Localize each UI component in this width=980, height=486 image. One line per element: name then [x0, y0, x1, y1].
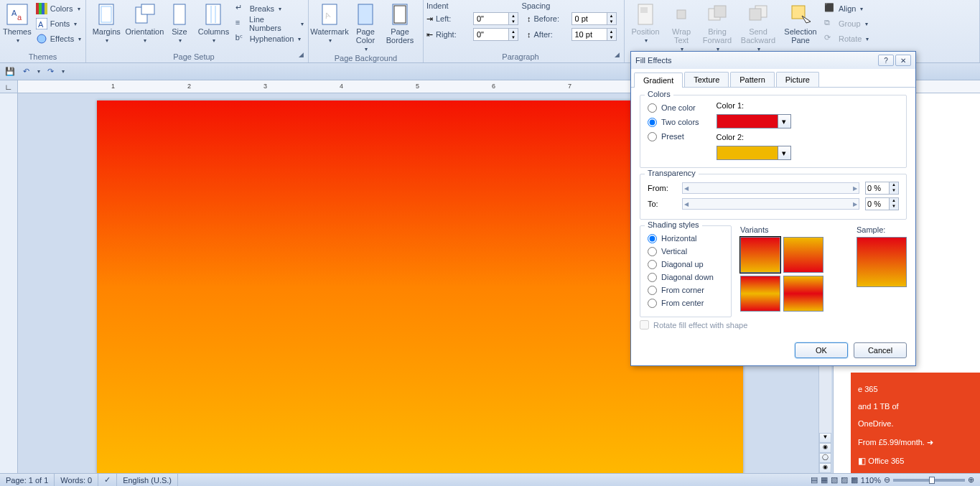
- zoom-out-button[interactable]: ⊖: [884, 475, 890, 485]
- variant-3[interactable]: [740, 276, 780, 312]
- page-borders-button[interactable]: Page Borders: [383, 1, 416, 45]
- next-page-button[interactable]: ◉: [819, 463, 831, 473]
- color2-dropdown[interactable]: ▾: [717, 146, 791, 160]
- watermark-button[interactable]: AWatermark▾: [312, 1, 347, 44]
- one-color-radio[interactable]: One color: [648, 101, 699, 114]
- ok-button[interactable]: OK: [795, 342, 848, 358]
- ribbon-group-paragraph: Indent Spacing ⇥Left: ▲▼ ↕Before: ▲▼ ⇤Ri…: [424, 0, 625, 62]
- proofing-icon: ✓: [104, 475, 111, 485]
- breaks-button[interactable]: ↵Breaks▾: [234, 1, 305, 16]
- shading-vertical[interactable]: Vertical: [648, 245, 724, 258]
- view-fullscreen-icon[interactable]: ▦: [821, 475, 828, 485]
- status-words[interactable]: Words: 0: [55, 474, 98, 486]
- view-outline-icon[interactable]: ▨: [841, 475, 848, 485]
- undo-icon[interactable]: ↶: [20, 66, 32, 78]
- svg-text:A: A: [38, 20, 44, 29]
- theme-colors-button[interactable]: Colors▾: [34, 1, 83, 16]
- qat-customize[interactable]: ▾: [62, 68, 65, 75]
- transparency-to-input[interactable]: ▲▼: [865, 197, 899, 210]
- size-button[interactable]: Size▾: [165, 1, 193, 44]
- line-numbers-button[interactable]: ≡Line Numbers▾: [234, 17, 305, 31]
- paragraph-launcher[interactable]: ◢: [615, 51, 621, 62]
- scroll-down-button[interactable]: ▼: [819, 433, 831, 443]
- status-language[interactable]: English (U.S.): [117, 474, 178, 486]
- spacing-header: Spacing: [522, 1, 551, 10]
- svg-rect-4: [39, 3, 42, 14]
- svg-rect-6: [45, 3, 47, 14]
- cancel-button[interactable]: Cancel: [854, 342, 907, 358]
- tab-selector[interactable]: ∟: [0, 80, 18, 93]
- send-backward-icon: [747, 3, 770, 26]
- tab-texture[interactable]: Texture: [684, 72, 729, 87]
- office365-ad[interactable]: e 365and 1 TB ofOneDrive. From £5.99/mon…: [851, 373, 980, 473]
- spacing-after-icon: ↕: [527, 30, 531, 39]
- variant-1[interactable]: [740, 237, 780, 273]
- columns-button[interactable]: Columns▾: [196, 1, 230, 44]
- save-icon[interactable]: 💾: [4, 66, 16, 78]
- themes-button[interactable]: Aa Themes▾: [3, 1, 32, 44]
- prev-page-button[interactable]: ◉: [819, 443, 831, 453]
- view-web-icon[interactable]: ▧: [831, 475, 838, 485]
- status-bar: Page: 1 of 1 Words: 0 ✓ English (U.S.) ▤…: [0, 473, 980, 486]
- svg-rect-20: [358, 4, 373, 24]
- shading-horizontal[interactable]: Horizontal: [648, 232, 724, 245]
- indent-right-icon: ⇤: [426, 30, 433, 39]
- shading-diagonal-down[interactable]: Diagonal down: [648, 271, 724, 284]
- variant-2[interactable]: [783, 237, 823, 273]
- browse-object-button[interactable]: ◯: [819, 453, 831, 463]
- svg-text:A: A: [11, 9, 17, 17]
- transparency-from-slider[interactable]: ◀▶: [682, 182, 859, 194]
- shading-groupbox: Shading styles Horizontal Vertical Diago…: [640, 225, 732, 317]
- align-button[interactable]: ⬛Align▾: [823, 1, 870, 16]
- theme-fonts-button[interactable]: AFonts▾: [34, 17, 83, 31]
- two-colors-radio[interactable]: Two colors: [648, 116, 699, 128]
- orientation-button[interactable]: Orientation▾: [126, 1, 162, 44]
- dialog-close-button[interactable]: ✕: [895, 55, 911, 66]
- ribbon-group-page-background: AWatermark▾ Page Color▾ Page Borders Pag…: [309, 0, 424, 62]
- zoom-in-button[interactable]: ⊕: [968, 475, 974, 485]
- selection-pane-icon: [789, 3, 812, 26]
- vertical-ruler[interactable]: [0, 93, 18, 473]
- zoom-slider[interactable]: [893, 479, 965, 482]
- shading-diagonal-up[interactable]: Diagonal up: [648, 258, 724, 271]
- position-button: Position▾: [627, 1, 663, 44]
- selection-pane-button[interactable]: Selection Pane: [781, 1, 820, 45]
- group-title-page-setup: Page Setup: [89, 51, 299, 62]
- svg-rect-3: [36, 3, 39, 14]
- spacing-after-input[interactable]: ▲▼: [571, 28, 617, 41]
- page-borders-icon: [388, 3, 411, 26]
- color1-dropdown[interactable]: ▾: [717, 114, 791, 128]
- transparency-to-slider[interactable]: ◀▶: [682, 198, 859, 210]
- indent-header: Indent: [426, 1, 449, 10]
- variant-4[interactable]: [783, 276, 823, 312]
- tab-gradient[interactable]: Gradient: [634, 73, 683, 88]
- zoom-level[interactable]: 110%: [861, 476, 881, 485]
- svg-rect-24: [640, 7, 648, 13]
- hyphenation-button[interactable]: bᶜHyphenation▾: [234, 32, 305, 46]
- redo-icon[interactable]: ↷: [45, 66, 56, 78]
- dialog-help-button[interactable]: ?: [878, 55, 894, 66]
- page-setup-launcher[interactable]: ◢: [299, 51, 305, 62]
- dialog-titlebar[interactable]: Fill Effects ? ✕: [631, 52, 915, 69]
- tab-pattern[interactable]: Pattern: [730, 72, 774, 87]
- spacing-before-input[interactable]: ▲▼: [571, 12, 617, 25]
- preset-radio[interactable]: Preset: [648, 130, 699, 143]
- page-color-button[interactable]: Page Color▾: [350, 1, 381, 52]
- indent-right-input[interactable]: ▲▼: [473, 28, 518, 41]
- indent-left-input[interactable]: ▲▼: [473, 12, 518, 25]
- margins-button[interactable]: Margins▾: [89, 1, 123, 44]
- tab-picture[interactable]: Picture: [776, 72, 819, 87]
- svg-rect-25: [677, 10, 686, 19]
- theme-effects-button[interactable]: Effects▾: [34, 32, 83, 46]
- svg-rect-15: [206, 4, 220, 24]
- effects-icon: [36, 33, 47, 45]
- bring-forward-button: Bring Forward▾: [699, 1, 735, 52]
- view-draft-icon[interactable]: ▩: [851, 475, 858, 485]
- transparency-from-input[interactable]: ▲▼: [865, 182, 899, 195]
- status-proofing[interactable]: ✓: [98, 474, 117, 486]
- shading-from-center[interactable]: From center: [648, 296, 724, 309]
- status-page[interactable]: Page: 1 of 1: [0, 474, 55, 486]
- view-print-layout-icon[interactable]: ▤: [811, 475, 818, 485]
- spacing-before-icon: ↕: [527, 14, 531, 23]
- shading-from-corner[interactable]: From corner: [648, 284, 724, 296]
